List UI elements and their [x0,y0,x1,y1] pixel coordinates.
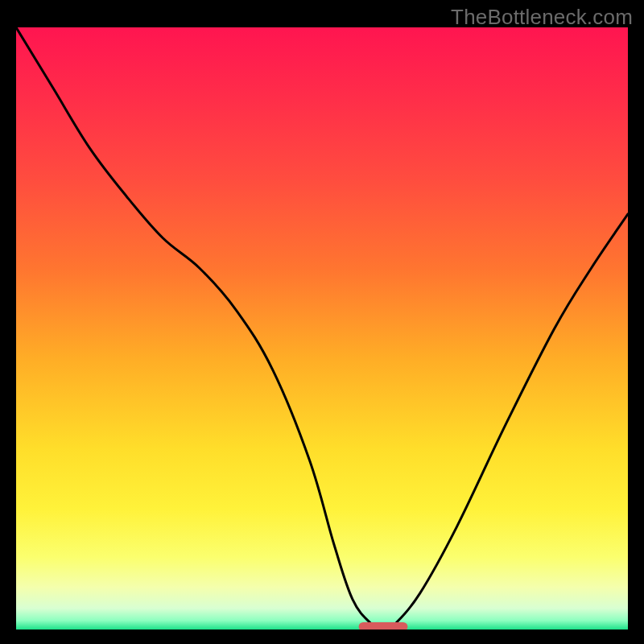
gradient-rect [16,27,628,630]
chart-frame: TheBottleneck.com [0,0,644,644]
optimum-marker [359,622,408,630]
plot-svg [16,27,628,630]
watermark-text: TheBottleneck.com [451,5,633,30]
plot-area [16,27,628,630]
